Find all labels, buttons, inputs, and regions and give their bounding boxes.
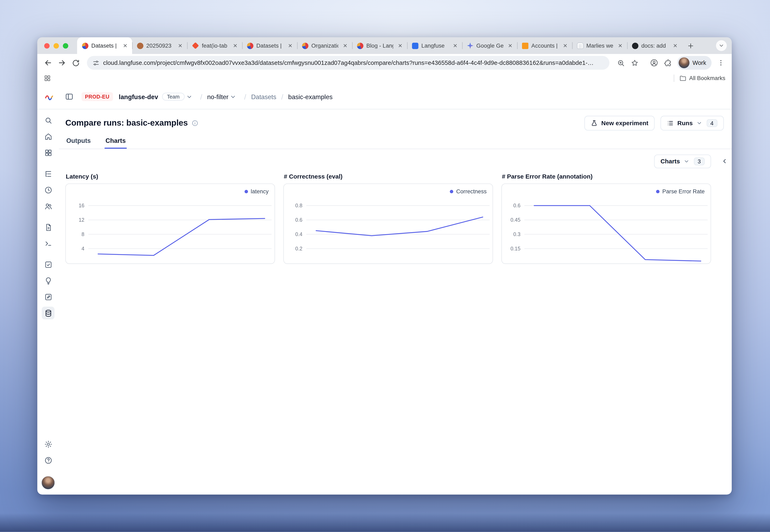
sidebar-item-users[interactable] bbox=[42, 200, 54, 212]
support-help-icon[interactable] bbox=[42, 454, 54, 467]
tab-close-icon[interactable]: ✕ bbox=[451, 42, 459, 49]
browser-tab[interactable]: Marlies we ✕ bbox=[572, 37, 627, 54]
org-name[interactable]: langfuse-dev bbox=[119, 93, 158, 100]
tab-close-icon[interactable]: ✕ bbox=[561, 42, 569, 49]
line-plot: 0.20.40.60.8 bbox=[284, 184, 493, 263]
tab-title: feat(io-tab bbox=[202, 43, 228, 49]
project-name[interactable]: no-filter bbox=[207, 93, 229, 100]
browser-tab[interactable]: 20250923 ✕ bbox=[132, 37, 187, 54]
tab-favicon bbox=[247, 42, 253, 49]
forward-button[interactable] bbox=[55, 56, 68, 69]
tab-close-icon[interactable]: ✕ bbox=[671, 42, 679, 49]
chart-card-parse-error-rate[interactable]: Parse Error Rate 0.150.30.450.6 bbox=[501, 183, 711, 264]
tab-close-icon[interactable]: ✕ bbox=[176, 42, 184, 49]
tab-close-icon[interactable]: ✕ bbox=[396, 42, 404, 49]
browser-menu-icon[interactable] bbox=[715, 56, 727, 69]
project-chevron-down-icon[interactable] bbox=[230, 93, 236, 100]
tab-close-icon[interactable]: ✕ bbox=[616, 42, 624, 49]
browser-tab[interactable]: Blog - Lang ✕ bbox=[352, 37, 407, 54]
bookmark-star-icon[interactable] bbox=[628, 56, 641, 69]
sidebar-item-home[interactable] bbox=[42, 130, 54, 143]
breadcrumb-datasets-link[interactable]: Datasets bbox=[251, 93, 276, 100]
password-manager-icon[interactable] bbox=[648, 56, 661, 69]
sidebar-item-prompts[interactable] bbox=[42, 221, 54, 234]
chart-card-correctness[interactable]: Correctness 0.20.40.60.8 bbox=[283, 183, 493, 264]
zoom-icon[interactable] bbox=[615, 56, 627, 69]
runs-dropdown-button[interactable]: Runs 4 bbox=[661, 116, 724, 131]
folder-icon bbox=[679, 74, 686, 82]
svg-text:4: 4 bbox=[81, 246, 84, 251]
sidebar-item-playground[interactable] bbox=[42, 237, 54, 250]
all-bookmarks-button[interactable]: All Bookmarks bbox=[689, 75, 725, 81]
svg-text:0.6: 0.6 bbox=[295, 217, 302, 223]
sidebar-item-tracing[interactable] bbox=[42, 167, 54, 180]
sidebar-item-search[interactable] bbox=[42, 114, 54, 127]
org-chevron-down-icon[interactable] bbox=[186, 93, 192, 100]
tab-close-icon[interactable]: ✕ bbox=[341, 42, 349, 49]
tab-title: Accounts | bbox=[531, 43, 558, 49]
bookmarks-divider bbox=[674, 74, 674, 82]
charts-count-badge: 3 bbox=[694, 157, 705, 165]
extensions-puzzle-icon[interactable] bbox=[662, 56, 674, 69]
address-bar[interactable]: cloud.langfuse.com/project/cmfwgv8fx002o… bbox=[87, 56, 610, 70]
user-avatar[interactable] bbox=[41, 476, 55, 490]
sidebar-toggle-icon[interactable] bbox=[65, 92, 74, 101]
window-maximize-icon[interactable] bbox=[63, 43, 68, 48]
legend-dot-icon bbox=[450, 190, 453, 193]
tab-search-icon[interactable] bbox=[716, 40, 727, 51]
tab-outputs[interactable]: Outputs bbox=[65, 134, 92, 149]
langfuse-logo[interactable] bbox=[44, 92, 54, 102]
tab-close-icon[interactable]: ✕ bbox=[121, 42, 129, 49]
browser-tab[interactable]: Datasets | la ✕ bbox=[77, 37, 132, 54]
tab-close-icon[interactable]: ✕ bbox=[286, 42, 294, 49]
sidebar-item-dashboards[interactable] bbox=[42, 146, 54, 159]
charts-row: Latency (s) latency 481216 bbox=[65, 173, 724, 264]
svg-text:0.6: 0.6 bbox=[513, 203, 520, 208]
tab-title: Langfuse bbox=[421, 43, 448, 49]
back-button[interactable] bbox=[42, 56, 54, 69]
svg-text:0.8: 0.8 bbox=[295, 203, 302, 208]
window-minimize-icon[interactable] bbox=[54, 43, 59, 48]
sidebar-bottom bbox=[41, 438, 55, 490]
tab-charts[interactable]: Charts bbox=[104, 134, 127, 149]
collapse-panel-chevron-left-icon[interactable] bbox=[721, 157, 728, 165]
browser-tab[interactable]: Accounts | ✕ bbox=[517, 37, 572, 54]
apps-grid-icon[interactable] bbox=[44, 74, 51, 82]
settings-gear-icon[interactable] bbox=[42, 438, 54, 450]
legend-label: latency bbox=[251, 188, 269, 194]
new-experiment-label: New experiment bbox=[601, 120, 648, 126]
tab-title: Google Ge bbox=[476, 43, 503, 49]
browser-tab[interactable]: Google Ge ✕ bbox=[462, 37, 517, 54]
sidebar-item-suggestions[interactable] bbox=[42, 274, 54, 287]
svg-text:8: 8 bbox=[81, 231, 84, 237]
browser-profile-chip[interactable]: Work bbox=[677, 56, 712, 70]
page-head: Compare runs: basic-examples New experim… bbox=[65, 115, 724, 131]
browser-tab[interactable]: docs: add ✕ bbox=[627, 37, 682, 54]
tab-close-icon[interactable]: ✕ bbox=[231, 42, 239, 49]
new-tab-button[interactable] bbox=[684, 39, 697, 52]
info-icon[interactable] bbox=[192, 120, 199, 126]
tab-title: Datasets | la bbox=[91, 43, 118, 49]
sidebar-item-sessions[interactable] bbox=[42, 183, 54, 196]
new-experiment-button[interactable]: New experiment bbox=[585, 116, 655, 131]
browser-tab[interactable]: Datasets | ✕ bbox=[242, 37, 297, 54]
sidebar-item-annotation[interactable] bbox=[42, 290, 54, 303]
legend-label: Correctness bbox=[456, 188, 487, 194]
sidebar-item-datasets[interactable] bbox=[42, 307, 54, 319]
window-close-icon[interactable] bbox=[44, 43, 49, 48]
line-plot: 0.150.30.450.6 bbox=[502, 184, 711, 263]
browser-tab[interactable]: Organizatio ✕ bbox=[297, 37, 352, 54]
tab-close-icon[interactable]: ✕ bbox=[506, 42, 514, 49]
chart-card-latency[interactable]: latency 481216 bbox=[65, 183, 275, 264]
svg-text:0.3: 0.3 bbox=[513, 231, 520, 237]
svg-text:0.2: 0.2 bbox=[295, 246, 302, 251]
svg-text:0.15: 0.15 bbox=[510, 246, 520, 251]
url-text[interactable]: cloud.langfuse.com/project/cmfwgv8fx002o… bbox=[103, 59, 610, 66]
refresh-button[interactable] bbox=[69, 56, 82, 69]
tab-title: Blog - Lang bbox=[366, 43, 393, 49]
charts-dropdown-button[interactable]: Charts 3 bbox=[654, 155, 711, 168]
sidebar-item-evaluation[interactable] bbox=[42, 258, 54, 271]
site-settings-icon[interactable] bbox=[92, 59, 100, 67]
browser-tab[interactable]: Langfuse ✕ bbox=[407, 37, 462, 54]
browser-tab[interactable]: feat(io-tab ✕ bbox=[187, 37, 242, 54]
